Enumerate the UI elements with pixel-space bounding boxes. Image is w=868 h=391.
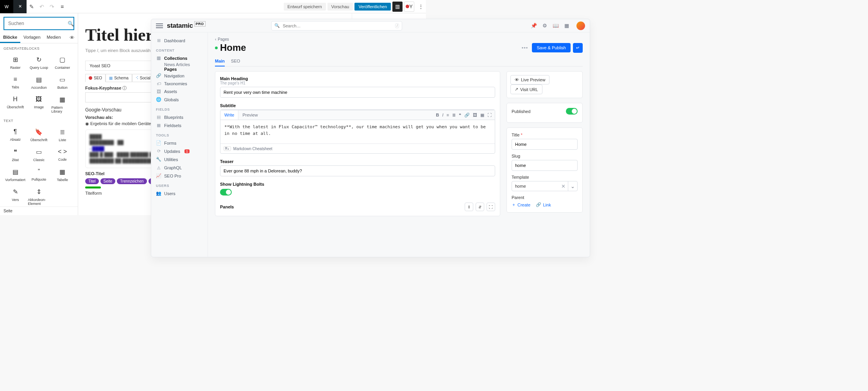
block-code[interactable]: < >Code: [51, 145, 74, 165]
sidebar-sub-pages[interactable]: Pages: [154, 67, 204, 72]
teaser-input[interactable]: [220, 165, 495, 176]
sidebar-assets[interactable]: 🖼Assets: [154, 88, 204, 95]
md-tab-preview[interactable]: Preview: [238, 110, 261, 120]
close-button[interactable]: ✕: [13, 0, 27, 13]
sidebar-toggle-icon[interactable]: ▥: [392, 2, 403, 12]
tab-templates[interactable]: Vorlagen: [20, 32, 43, 43]
block-zitat[interactable]: ❝Zitat: [4, 145, 27, 165]
block-vorformatiert[interactable]: ▤Vorformatiert: [4, 165, 27, 185]
title-input[interactable]: [512, 139, 578, 150]
sidebar-seopro[interactable]: 📈SEO Pro: [154, 172, 204, 180]
block-tabs[interactable]: ≡Tabs: [4, 73, 27, 93]
block-query-loop[interactable]: ↻Query Loop: [27, 53, 50, 73]
table-icon[interactable]: ▦: [480, 113, 484, 118]
bold-icon[interactable]: B: [436, 113, 439, 118]
sidebar-dashboard[interactable]: ⊞Dashboard: [154, 36, 204, 45]
create-link[interactable]: ＋Create: [512, 202, 530, 208]
list-view-icon[interactable]: ≡: [57, 4, 67, 10]
live-preview-button[interactable]: 👁Live Preview: [510, 75, 549, 84]
slug-input[interactable]: [512, 160, 578, 171]
sidebar-globals[interactable]: 🌐Globals: [154, 95, 204, 104]
sidebar-forms[interactable]: 📄Forms: [154, 139, 204, 147]
grid-icon[interactable]: ▦: [563, 23, 570, 29]
block-classic[interactable]: ▭Classic: [27, 145, 50, 165]
redo-icon[interactable]: ↷: [47, 4, 57, 10]
seo-tab-seo[interactable]: SEO: [85, 74, 106, 82]
block-vers[interactable]: ✎Vers: [4, 185, 27, 209]
link-icon[interactable]: 🔗: [464, 113, 470, 118]
publish-button[interactable]: Veröffentlichen: [354, 3, 391, 11]
block-absatz[interactable]: ¶Absatz: [4, 125, 27, 145]
block-pullquote[interactable]: ”Pullquote: [27, 165, 50, 185]
sidebar-collections[interactable]: ▥Collections: [154, 54, 204, 62]
sidebar-updates[interactable]: ⟳Updates1: [154, 147, 204, 155]
clear-icon[interactable]: ✕: [559, 181, 568, 191]
seo-pill[interactable]: Trennzeichen: [117, 178, 147, 184]
expand-icon[interactable]: ⇵: [476, 203, 484, 211]
sidebar-utilities[interactable]: 🔧Utilities: [154, 155, 204, 163]
breadcrumb[interactable]: ‹Pages: [215, 37, 583, 41]
block-button[interactable]: ▭Button: [51, 73, 74, 93]
seo-pill[interactable]: Titel: [85, 178, 99, 184]
template-select[interactable]: home ✕ ⌄: [512, 181, 578, 191]
save-draft-button[interactable]: Entwurf speichern: [284, 3, 326, 11]
published-toggle[interactable]: [566, 108, 578, 115]
block-liste[interactable]: ≣Liste: [51, 125, 74, 145]
fullscreen-panels-icon[interactable]: ⛶: [487, 203, 495, 211]
md-tab-write[interactable]: Write: [220, 110, 238, 120]
block-überschrift[interactable]: 🔖Überschrift: [27, 125, 50, 145]
preview-button[interactable]: Vorschau: [328, 3, 353, 11]
radio-mobile[interactable]: ◉ Ergebnis für die mobilen Geräte: [85, 121, 151, 126]
tab-blocks[interactable]: Blöcke: [0, 32, 20, 43]
fullscreen-icon[interactable]: ⛶: [487, 113, 492, 118]
gear-icon[interactable]: ⚙: [541, 23, 548, 29]
visit-url-button[interactable]: ↗Visit URL: [510, 84, 542, 94]
sidebar-fieldsets[interactable]: ▦Fieldsets: [154, 121, 204, 129]
pin-icon[interactable]: 📌: [530, 23, 537, 29]
ol-icon[interactable]: ≣: [452, 113, 456, 118]
collapse-icon[interactable]: ⇕: [465, 203, 473, 211]
block-raster[interactable]: ⊞Raster: [4, 53, 27, 73]
block-pattern-library[interactable]: ▦Pattern Library: [51, 93, 74, 117]
global-search[interactable]: 🔍 /: [271, 21, 402, 30]
yoast-icon[interactable]: Y: [404, 2, 414, 12]
seo-tab-schema[interactable]: ▦Schema: [106, 74, 132, 82]
sidebar-navigation[interactable]: 🔗Navigation: [154, 72, 204, 80]
tab-seo[interactable]: SEO: [231, 56, 240, 66]
pencil-icon[interactable]: ✎: [27, 4, 37, 10]
undo-icon[interactable]: ↶: [37, 4, 47, 10]
ul-icon[interactable]: ≡: [447, 113, 449, 118]
image-icon[interactable]: 🖼: [473, 113, 477, 118]
sidebar-sub-news[interactable]: News Articles: [154, 62, 204, 67]
avatar[interactable]: [576, 22, 585, 30]
sidebar-blueprints[interactable]: ▤Blueprints: [154, 113, 204, 121]
book-icon[interactable]: 📖: [552, 23, 559, 29]
more-icon[interactable]: ⋮: [416, 4, 426, 10]
block-accordion[interactable]: ▤Accordion: [27, 73, 50, 93]
sidebar-users[interactable]: 👥Users: [154, 189, 204, 197]
sidebar-graphql[interactable]: ◬GraphQL: [154, 163, 204, 172]
block-akkordeon-element[interactable]: ⇕Akkordeon-Element: [27, 185, 50, 209]
block-container[interactable]: ▢Container: [51, 53, 74, 73]
eye-icon[interactable]: 👁: [70, 32, 78, 43]
wp-logo-button[interactable]: W: [0, 0, 13, 13]
block-search-input[interactable]: [7, 20, 68, 27]
block-search[interactable]: 🔍: [4, 17, 74, 30]
save-publish-button[interactable]: Save & Publish: [532, 43, 571, 52]
bolts-toggle[interactable]: [220, 189, 232, 196]
hamburger-icon[interactable]: [156, 23, 163, 28]
block-überschrift[interactable]: HÜberschrift: [4, 93, 27, 117]
md-textarea[interactable]: **With the latest in Flux Capacitor™ tec…: [220, 120, 495, 143]
chevron-down-icon[interactable]: ⌄: [568, 181, 577, 191]
more-actions-icon[interactable]: •••: [520, 45, 530, 51]
md-footer[interactable]: M↓Markdown Cheatsheet: [220, 143, 495, 153]
save-dropdown-button[interactable]: ↵: [573, 43, 583, 53]
tab-main[interactable]: Main: [215, 56, 225, 66]
main-heading-input[interactable]: [220, 87, 495, 98]
seo-pill[interactable]: Seite: [100, 178, 116, 184]
italic-icon[interactable]: I: [442, 113, 444, 118]
block-image[interactable]: 🖼Image: [27, 93, 50, 117]
block-tabelle[interactable]: ▦Tabelle: [51, 165, 74, 185]
tab-media[interactable]: Medien: [44, 32, 64, 43]
quote-icon[interactable]: ❝: [459, 113, 461, 118]
